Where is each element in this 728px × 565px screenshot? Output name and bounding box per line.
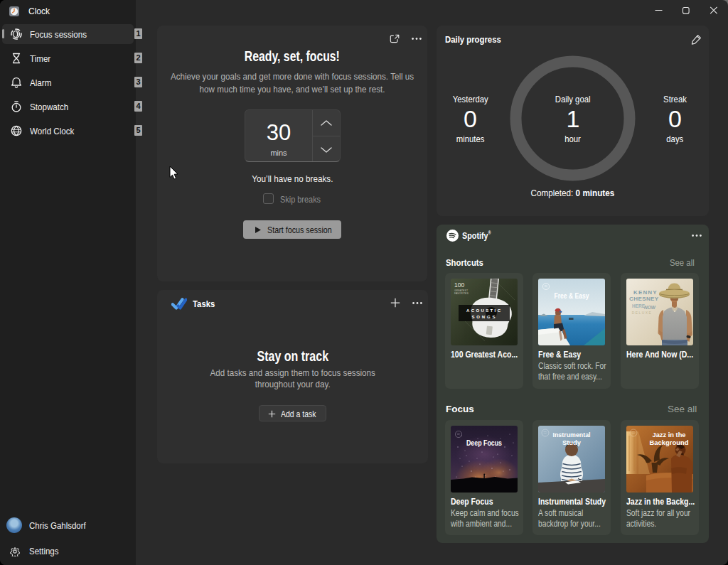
svg-text:Instrumental: Instrumental [553,431,591,438]
svg-text:Study: Study [562,438,582,446]
svg-text:SONGS: SONGS [472,315,497,319]
svg-text:Background: Background [650,439,689,446]
svg-text:Jazz in the: Jazz in the [653,431,686,438]
svg-text:NOW: NOW [644,305,656,310]
svg-text:HERE: HERE [632,303,646,308]
svg-text:ACOUSTIC: ACOUSTIC [466,308,502,313]
svg-text:GREATEST: GREATEST [454,289,469,292]
svg-text:Deep Focus: Deep Focus [466,438,502,447]
svg-text:Free & Easy: Free & Easy [555,291,589,300]
svg-text:CHESNEY: CHESNEY [629,296,659,302]
svg-text:FAVORITES: FAVORITES [454,292,469,295]
svg-text:100: 100 [454,281,464,289]
svg-text:KENNY: KENNY [633,289,658,296]
svg-text:DELUXE: DELUXE [632,311,652,315]
